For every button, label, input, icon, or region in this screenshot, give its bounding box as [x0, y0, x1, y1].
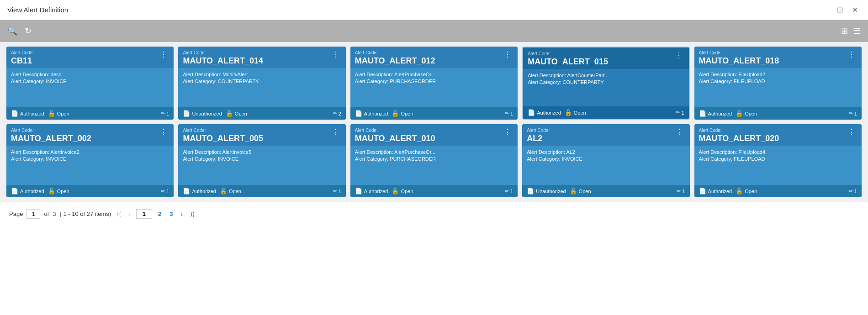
card-category: Alert Category: COUNTERPARTY — [183, 79, 341, 84]
card-edit[interactable]: ✏ 1 — [505, 188, 513, 194]
edit-icon: ✏ — [161, 110, 165, 116]
card-body: Alert Description: ModifyAlert Alert Cat… — [178, 68, 345, 107]
edit-icon: ✏ — [333, 188, 337, 194]
close-button[interactable]: ✕ — [849, 5, 861, 15]
page-3-link[interactable]: 3 — [167, 210, 175, 218]
card-code-value: MAUTO_ALERT_012 — [355, 56, 435, 66]
next-page-button[interactable]: › — [179, 210, 185, 219]
card-header: Alert Code: MAUTO_ALERT_010 ⋮ — [350, 124, 518, 146]
card-menu-button[interactable]: ⋮ — [502, 50, 513, 59]
card-lock: 🔓 Open — [392, 110, 413, 117]
card-footer: 📄 Authorized 🔓 Open ✏ 1 — [178, 185, 345, 197]
card-2[interactable]: Alert Code: MAUTO_ALERT_014 ⋮ Alert Desc… — [178, 47, 345, 120]
card-menu-button[interactable]: ⋮ — [330, 50, 341, 59]
minimize-button[interactable]: ⊡ — [834, 5, 846, 15]
status-label: Unauthorized — [192, 111, 222, 116]
lock-icon: 🔓 — [226, 110, 233, 117]
card-7[interactable]: Alert Code: MAUTO_ALERT_005 ⋮ Alert Desc… — [178, 124, 345, 197]
card-menu-button[interactable]: ⋮ — [158, 50, 169, 59]
card-description: Alert Description: desc — [11, 72, 169, 77]
edit-count: 2 — [339, 111, 341, 116]
status-label: Authorized — [537, 110, 561, 116]
card-code-value: MAUTO_ALERT_018 — [699, 56, 779, 66]
card-lock: 🔓 Open — [736, 188, 757, 194]
card-9[interactable]: Alert Code: AL2 ⋮ Alert Description: AL2… — [522, 124, 689, 197]
card-code-label: Alert Code: — [355, 50, 435, 55]
lock-icon: 🔓 — [392, 188, 399, 194]
lock-label: Open — [229, 189, 241, 194]
card-menu-button[interactable]: ⋮ — [330, 128, 341, 136]
card-lock: 🔓 Open — [565, 109, 586, 116]
status-icon: 📄 — [11, 188, 18, 194]
status-icon: 📄 — [527, 188, 534, 194]
current-page-box: 1 — [26, 209, 40, 219]
page-1-link[interactable]: 1 — [140, 210, 148, 218]
card-8[interactable]: Alert Code: MAUTO_ALERT_010 ⋮ Alert Desc… — [350, 124, 518, 197]
card-body: Alert Description: AL2 Alert Category: I… — [522, 146, 689, 185]
card-5[interactable]: Alert Code: MAUTO_ALERT_018 ⋮ Alert Desc… — [694, 47, 862, 120]
grid-view-button[interactable]: ⊞ — [841, 26, 848, 36]
card-edit[interactable]: ✏ 2 — [333, 110, 341, 116]
status-icon: 📄 — [183, 110, 190, 117]
refresh-icon: ↻ — [25, 26, 32, 36]
card-edit[interactable]: ✏ 1 — [161, 188, 169, 194]
edit-count: 1 — [166, 111, 169, 116]
card-1[interactable]: Alert Code: CB11 ⋮ Alert Description: de… — [6, 47, 174, 120]
toolbar-right: ⊞ ☰ — [841, 26, 861, 36]
card-status: 📄 Authorized — [355, 110, 388, 117]
status-label: Unauthorized — [536, 189, 566, 194]
lock-label: Open — [57, 189, 69, 194]
card-menu-button[interactable]: ⋮ — [846, 50, 857, 59]
card-10[interactable]: Alert Code: MAUTO_ALERT_020 ⋮ Alert Desc… — [694, 124, 862, 197]
card-code-value: CB11 — [11, 56, 34, 66]
card-6[interactable]: Alert Code: MAUTO_ALERT_002 ⋮ Alert Desc… — [6, 124, 174, 197]
lock-icon: 🔓 — [565, 109, 572, 116]
card-edit[interactable]: ✏ 1 — [161, 110, 169, 116]
card-code-label: Alert Code: — [699, 50, 779, 55]
card-menu-button[interactable]: ⋮ — [674, 128, 685, 136]
card-code-value: MAUTO_ALERT_020 — [699, 134, 779, 144]
card-edit[interactable]: ✏ 1 — [677, 188, 685, 194]
card-code-value: MAUTO_ALERT_014 — [183, 56, 263, 66]
refresh-button[interactable]: ↻ — [25, 26, 32, 36]
card-menu-button[interactable]: ⋮ — [502, 128, 513, 136]
card-edit[interactable]: ✏ 1 — [505, 110, 513, 116]
status-icon: 📄 — [355, 188, 362, 194]
card-code-value: MAUTO_ALERT_002 — [11, 134, 91, 144]
card-description: Alert Description: AlertPurchaseOr... — [355, 149, 513, 155]
first-page-button[interactable]: ⟨⟨ — [115, 210, 123, 219]
card-header-left: Alert Code: CB11 — [11, 50, 34, 66]
status-label: Authorized — [708, 189, 732, 194]
card-category: Alert Category: FILEUPLOAD — [699, 156, 857, 162]
card-edit[interactable]: ✏ 1 — [849, 188, 857, 194]
card-header-left: Alert Code: MAUTO_ALERT_020 — [699, 128, 779, 144]
card-header-left: Alert Code: MAUTO_ALERT_002 — [11, 128, 91, 144]
last-page-button[interactable]: ⟩⟩ — [188, 210, 196, 219]
card-category: Alert Category: INVOICE — [11, 79, 169, 84]
page-2-link[interactable]: 2 — [156, 210, 164, 218]
card-menu-button[interactable]: ⋮ — [158, 128, 169, 136]
status-icon: 📄 — [528, 109, 535, 116]
card-3[interactable]: Alert Code: MAUTO_ALERT_012 ⋮ Alert Desc… — [350, 47, 518, 120]
prev-page-button[interactable]: ‹ — [127, 210, 132, 219]
card-code-label: Alert Code: — [11, 50, 34, 55]
card-edit[interactable]: ✏ 1 — [849, 110, 857, 116]
card-footer: 📄 Authorized 🔓 Open ✏ 1 — [694, 185, 862, 197]
card-menu-button[interactable]: ⋮ — [673, 51, 684, 60]
card-code-label: Alert Code: — [699, 128, 779, 133]
status-label: Authorized — [20, 189, 44, 194]
card-menu-button[interactable]: ⋮ — [846, 128, 857, 136]
card-4[interactable]: Alert Code: MAUTO_ALERT_015 ⋮ Alert Desc… — [522, 47, 689, 120]
menu-button[interactable]: ☰ — [853, 26, 861, 36]
card-edit[interactable]: ✏ 1 — [333, 188, 341, 194]
card-edit[interactable]: ✏ 1 — [676, 110, 684, 116]
title-bar-actions: ⊡ ✕ — [834, 5, 861, 15]
lock-label: Open — [235, 111, 247, 116]
card-code-label: Alert Code: — [183, 128, 263, 133]
status-icon: 📄 — [183, 188, 190, 194]
card-body: Alert Description: AlertPurchaseOr... Al… — [350, 68, 518, 107]
edit-icon: ✏ — [505, 188, 509, 194]
card-code-value: MAUTO_ALERT_015 — [528, 57, 608, 67]
card-category: Alert Category: COUNTERPARTY — [528, 79, 684, 85]
search-button[interactable]: 🔍 — [7, 26, 17, 36]
